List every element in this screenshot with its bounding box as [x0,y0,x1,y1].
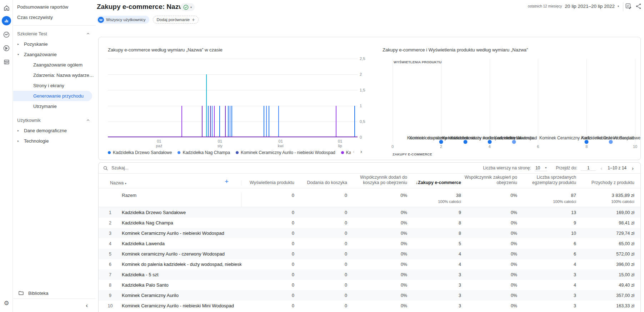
nav-item-label: Zaangażowanie [24,52,57,57]
add-column-icon[interactable]: + [225,178,229,185]
table-row[interactable]: 1Kadzidełka Drzewo Sandałowe000%90%13169… [99,207,640,218]
row-rank: 5 [99,252,122,257]
scatter-point-kadzidelka-drzewo-sandalowe[interactable] [609,140,613,144]
arrow-collapsed-icon[interactable]: ▸ [18,129,19,132]
arrow-collapsed-icon[interactable]: ▸ [18,43,19,46]
scatter-plot[interactable]: WYŚWIETLENIA PRODUKTU Kominek ceramiczny… [379,37,641,160]
advertising-icon[interactable] [1,43,11,53]
column-header-wspolczynnik-dodan-do-koszyka-po-obejrzeniu[interactable]: Współczynnik dodań do koszyka po obejrze… [347,175,407,185]
scatter-y-axis-label: WYŚWIETLENIA PRODUKTU [394,60,441,64]
row-metric-value: 3 [407,293,461,298]
legend-item-kadzidelka-drzewo-sandalowe[interactable]: Kadzidełka Drzewo Sandałowe [108,150,172,155]
row-metric-value: 9 [407,210,461,215]
sidebar-item-szkolenie-test[interactable]: Szkolenie Test [13,29,96,39]
share-icon[interactable] [635,3,642,11]
column-header-wyswietlenia-produktu[interactable]: Wyświetlenia produktu [241,180,294,185]
report-status-badge[interactable]: ▾ [180,3,195,11]
nav-item-label: Zaangażowanie ogółem [33,62,83,68]
table-row[interactable]: 10Kominek Ceramiczny Aurilo - niebieski … [99,301,640,311]
search-input[interactable] [111,165,219,170]
scatter-point-kadzidelka-lawenda[interactable] [512,140,516,144]
collapse-sidebar-icon[interactable]: ‹ [86,302,88,308]
scatter-point-kominek-do-palenia-kadzidelek-duzy-wodospad-niebieski[interactable] [463,140,467,144]
rows-per-page-select[interactable]: 10 ▾ [535,165,547,171]
table-search[interactable] [103,165,483,171]
sidebar-item-utrzymanie[interactable]: Utrzymanie [13,101,96,112]
date-range-picker[interactable]: ostatnich 12 miesięcy 20 lip 2021–20 lip… [528,4,619,9]
sidebar-item-czas-rzeczywisty[interactable]: Czas rzeczywisty [13,12,96,23]
reports-icon[interactable] [2,16,11,25]
arrow-expanded-icon[interactable]: ▾ [18,53,19,56]
sidebar-item-zdarzenia-nazwa-wydarze[interactable]: Zdarzenia: Nazwa wydarze… [13,70,96,80]
legend-prev-icon[interactable]: ‹ [353,149,355,154]
table-row[interactable]: 8Kadzidełka Palo Santo000%30%449,40 zł [99,280,640,290]
column-header-nazwa[interactable]: Nazwa ▾ + [99,180,241,185]
legend-item-kadzidelka-lawenda[interactable]: Kadzidełka Lawenda [341,150,351,155]
table-row[interactable]: 2Kadzidełka Nag Champa000%80%998,41 zł [99,218,640,228]
chevron-up-icon [86,32,90,36]
table-row[interactable]: 4Kadzidełka Lawenda000%50%665,00 zł [99,238,640,249]
x-tick-label: 01sty [218,139,223,148]
sidebar-item-pozyskanie[interactable]: ▸Pozyskanie [13,39,96,49]
data-spike [231,106,232,137]
sidebar-item-zaangazowanie-ogolem[interactable]: Zaangażowanie ogółem [13,60,96,70]
legend-next-icon[interactable]: › [360,149,362,154]
next-page-icon[interactable]: › [631,165,635,171]
legend-item-kadzidelka-nag-champa[interactable]: Kadzidełka Nag Champa [178,150,230,155]
table-row[interactable]: 6Kominek do palenia kadzidełek - duży wo… [99,259,640,269]
data-spike [206,74,207,137]
data-spike [212,106,213,137]
column-header-liczba-sprzedanych-egzemplarzy-produktu[interactable]: Liczba sprzedanych egzemplarzy produktu [517,175,576,185]
scatter-point-kominek-ceramiczny-aurilo-niebieski-wodospad[interactable] [585,140,589,144]
timeseries-plot[interactable] [108,59,358,137]
sidebar-item-strony-i-ekrany[interactable]: Strony i ekrany [13,80,96,91]
row-metric-value: 0% [347,283,407,288]
table-row[interactable]: 5Kominek ceramiczny Aurilo - czerwony Wo… [99,249,640,259]
row-product-name: Kominek Ceramiczny Aurilo - niebieski Wo… [122,231,241,236]
column-header-zakupy-e-commerce[interactable]: ↓Zakupy e-commerce [407,180,461,185]
scatter-point-kominek-ceramiczny-kwiat-lotosu[interactable] [439,140,443,144]
table-row[interactable]: 7Kadzidełka - 5 szt000%30%315,00 zł [99,269,640,280]
table-row[interactable]: 9Kominek Ceramiczny Aurilo000%30%3357,00… [99,290,640,301]
segment-chips: W Wszyscy użytkownicy Dodaj porównanie + [97,16,199,24]
sidebar-item-dane-demograficzne[interactable]: ▸Dane demograficzne [13,125,96,136]
scatter-point-kominek-ceramiczny-aurilo-czerwony-wodospad[interactable] [488,140,491,144]
home-icon[interactable] [1,3,11,13]
table-row[interactable]: 3Kominek Ceramiczny Aurilo - niebieski W… [99,228,640,238]
settings-gear-icon[interactable]: ⚙ [1,298,11,308]
row-metric-value: 0 [294,293,347,298]
previous-page-icon[interactable]: ‹ [599,165,603,171]
totals-value: 0 [241,193,294,198]
pagination-controls: Liczba wierszy na stronę: 10 ▾ Przejdź d… [483,165,635,171]
column-header-dodania-do-koszyka[interactable]: Dodania do koszyka [294,180,347,185]
x-tick-label: 2 [440,144,442,149]
customize-report-icon[interactable] [625,3,632,11]
data-spike [269,106,269,137]
all-users-chip[interactable]: W Wszyscy użytkownicy [97,16,149,24]
sidebar-item-generowanie-przychodu[interactable]: Generowanie przychodu [13,91,92,101]
column-header-przychody-z-produktu[interactable]: Przychody z produktu [576,180,634,185]
totals-value: 87100% całości [517,193,576,204]
chevron-up-icon [86,118,90,122]
x-tick-label: 01kwi [278,139,284,148]
configure-icon[interactable] [1,57,11,67]
x-tick-label: 01lip [338,139,342,148]
arrow-collapsed-icon[interactable]: ▸ [18,139,19,143]
sidebar-item-podsumowanie-raportow[interactable]: Podsumowanie raportów [13,2,96,12]
goto-page-input[interactable] [581,165,596,171]
caret-down-icon: ▾ [618,5,619,8]
sidebar-item-zaangazowanie[interactable]: ▾Zaangażowanie [13,49,96,60]
sidebar-item-library[interactable]: Biblioteka [13,288,96,298]
legend-item-kominek-ceramiczny-aurilo-niebieski-wodospad[interactable]: Kominek Ceramiczny Aurilo - niebieski Wo… [236,150,335,155]
sidebar-item-technologie[interactable]: ▸Technologie [13,136,96,146]
charts-card: Zakupy e-commerce według wymiaru „Nazwa”… [98,37,641,160]
data-spike [219,106,220,137]
sidebar-item-uzytkownik[interactable]: Użytkownik [13,115,96,125]
timeseries-chart-title: Zakupy e-commerce według wymiaru „Nazwa”… [108,47,223,53]
y-tick-label: 1 [360,104,362,108]
gridline [586,59,587,142]
data-spike [264,106,264,137]
add-comparison-chip[interactable]: Dodaj porównanie + [153,16,199,24]
explore-icon[interactable] [1,30,11,40]
column-header-wspolczynnik-zakupien-po-obejrzeniu[interactable]: Współczynnik zakupień po obejrzeniu [461,175,517,185]
